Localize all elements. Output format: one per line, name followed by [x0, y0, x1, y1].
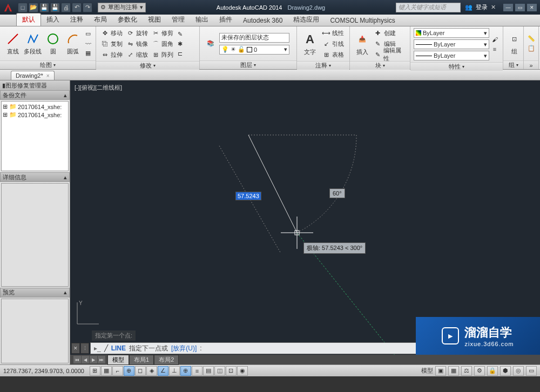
lwt-toggle[interactable]: ≡	[192, 366, 202, 376]
layout2-tab[interactable]: 布局2	[154, 355, 179, 365]
lineweight-combo[interactable]: ByLayer▾	[414, 39, 489, 49]
rotate-button[interactable]: ⟳旋转	[125, 28, 149, 38]
offset-icon[interactable]: ⊏	[176, 49, 184, 58]
quick-view-icon[interactable]: ▦	[448, 366, 459, 376]
explode-icon[interactable]: ✱	[176, 39, 184, 48]
edit-attr-button[interactable]: ✎编辑属性	[373, 50, 407, 59]
tree-item[interactable]: ⊞ 📁 20170614_xshe:	[3, 103, 67, 111]
tree-item[interactable]: ⊞ 📁 20170614_xshe:	[3, 111, 67, 119]
stretch-button[interactable]: ⇔拉伸	[99, 50, 124, 59]
layer-combo[interactable]: 💡 ☀ 🔓 0 ▾	[219, 45, 289, 55]
hatch-icon[interactable]: ▦	[84, 49, 92, 58]
cmd-options-icon[interactable]: ⋮	[80, 343, 89, 354]
infocenter-icon[interactable]: 👥	[465, 4, 473, 11]
line-button[interactable]: 直线	[3, 28, 22, 59]
workspace-icon[interactable]: ⚙	[474, 366, 485, 376]
cmd-close-icon[interactable]: ✕	[71, 343, 80, 354]
layer-state-combo[interactable]: 未保存的图层状态	[219, 33, 289, 43]
tab-comsol[interactable]: COMSOL Multiphysics	[325, 15, 400, 26]
sc-toggle[interactable]: ⊡	[226, 366, 237, 376]
tab-last-icon[interactable]: ⏭	[98, 356, 105, 363]
otrack-toggle[interactable]: ∠	[158, 366, 168, 376]
snap-toggle[interactable]: ⊞	[90, 366, 100, 376]
tab-annotate[interactable]: 注释	[65, 13, 89, 26]
measure-icon[interactable]: 📏	[527, 35, 536, 43]
match-props-icon[interactable]: 🖌	[490, 35, 499, 44]
preview-header[interactable]: 预览▴	[0, 288, 70, 298]
backup-tree[interactable]: ⊞ 📁 20170614_xshe: ⊞ 📁 20170614_xshe:	[1, 101, 69, 171]
qat-plot-icon[interactable]: 🖨	[61, 3, 71, 12]
close-button[interactable]: ✕	[527, 4, 537, 11]
trim-button[interactable]: ✂修剪	[150, 28, 174, 38]
arc-button[interactable]: 圆弧	[64, 28, 83, 59]
tab-first-icon[interactable]: ⏮	[73, 356, 81, 363]
annotation-scale-icon[interactable]: ⚖	[461, 366, 472, 376]
qat-undo-icon[interactable]: ↶	[72, 3, 82, 12]
tab-layout[interactable]: 布局	[89, 13, 112, 26]
tab-insert[interactable]: 插入	[41, 13, 65, 26]
list-icon[interactable]: ≡	[490, 45, 499, 53]
qat-saveas-icon[interactable]: 💾	[50, 3, 60, 12]
modelspace-label[interactable]: 模型	[421, 367, 433, 375]
qat-new-icon[interactable]: □	[18, 3, 28, 12]
tab-autodesk360[interactable]: Autodesk 360	[238, 15, 288, 26]
exchange-icon[interactable]: ✕	[491, 4, 496, 11]
insert-block-button[interactable]: 📥 插入	[353, 28, 372, 59]
tpy-toggle[interactable]: ▤	[203, 366, 214, 376]
polar-toggle[interactable]: ⊕	[124, 366, 134, 376]
expand-arrow-icon[interactable]: ▾	[462, 64, 464, 69]
tab-prev-icon[interactable]: ◀	[82, 356, 89, 363]
polyline-button[interactable]: 多段线	[23, 28, 42, 59]
rectangle-icon[interactable]: ▭	[84, 30, 92, 38]
model-tab[interactable]: 模型	[107, 355, 129, 365]
scale-button[interactable]: ⤢缩放	[125, 50, 149, 59]
osnap-toggle[interactable]: ◻	[135, 366, 146, 376]
close-tab-icon[interactable]: ×	[46, 73, 50, 79]
maximize-button[interactable]: ▭	[515, 4, 525, 11]
grid-toggle[interactable]: ▦	[101, 366, 112, 376]
expand-arrow-icon[interactable]: ▾	[329, 63, 331, 68]
paste-icon[interactable]: 📋	[527, 44, 536, 53]
expand-arrow-icon[interactable]: ▾	[153, 63, 156, 68]
isolate-icon[interactable]: ◎	[513, 366, 524, 376]
dyn-toggle[interactable]: ⊕	[180, 366, 191, 376]
tab-next-icon[interactable]: ▶	[90, 356, 97, 363]
color-combo[interactable]: ByLayer▾	[414, 28, 489, 38]
copy-button[interactable]: ⿻复制	[99, 39, 124, 49]
tab-manage[interactable]: 管理	[166, 13, 190, 26]
tab-view[interactable]: 视图	[143, 13, 166, 26]
leader-button[interactable]: ↙引线	[321, 39, 345, 49]
tab-plugins[interactable]: 插件	[214, 13, 238, 26]
expand-arrow-icon[interactable]: ▾	[254, 63, 256, 67]
3dosnap-toggle[interactable]: ◈	[146, 366, 157, 376]
app-logo[interactable]	[2, 1, 14, 13]
qat-save-icon[interactable]: 💾	[39, 3, 49, 12]
qat-open-icon[interactable]: 📂	[29, 3, 38, 12]
circle-button[interactable]: 圆	[44, 28, 63, 59]
help-search-input[interactable]: 键入关键字或短语	[396, 3, 461, 12]
text-button[interactable]: A 文字	[300, 28, 320, 59]
tab-parametric[interactable]: 参数化	[112, 13, 143, 26]
expand-arrow-icon[interactable]: ▾	[53, 63, 56, 67]
move-button[interactable]: ✥移动	[99, 28, 124, 38]
qp-toggle[interactable]: ◫	[214, 366, 225, 376]
ortho-toggle[interactable]: ⌐	[112, 366, 123, 376]
minimize-button[interactable]: —	[503, 4, 513, 11]
backup-files-header[interactable]: 备份文件▴	[0, 90, 70, 100]
ducs-toggle[interactable]: ⊥	[169, 366, 180, 376]
details-header[interactable]: 详细信息▴	[0, 172, 70, 182]
layout1-tab[interactable]: 布局1	[129, 355, 154, 365]
hardware-accel-icon[interactable]: ⬢	[500, 366, 511, 376]
fillet-button[interactable]: ⌒圆角	[150, 39, 174, 49]
coordinates-readout[interactable]: 1278.7367, 2349.9703, 0.0000	[3, 368, 84, 374]
lock-ui-icon[interactable]: 🔒	[487, 366, 498, 376]
qat-redo-icon[interactable]: ↷	[83, 3, 92, 12]
mirror-button[interactable]: ⇋镜像	[125, 39, 149, 49]
linetype-combo[interactable]: ByLayer▾	[414, 51, 489, 60]
clean-screen-icon[interactable]: ▭	[526, 366, 537, 376]
am-toggle[interactable]: ◉	[237, 366, 248, 376]
linear-dim-button[interactable]: ⟷线性	[321, 28, 345, 38]
workspace-selector[interactable]: ⚙ 草图与注释 ▾	[98, 3, 146, 12]
tab-output[interactable]: 输出	[190, 13, 214, 26]
spline-icon[interactable]: 〰	[84, 39, 92, 48]
